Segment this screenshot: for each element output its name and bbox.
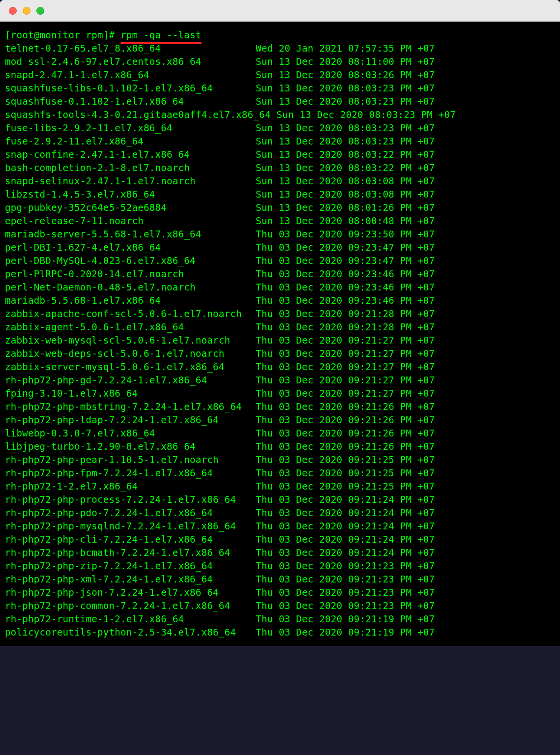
- maximize-icon[interactable]: [36, 7, 44, 15]
- package-row: libjpeg-turbo-1.2.90-8.el7.x86_64Thu 03 …: [5, 440, 555, 453]
- package-row: squashfs-tools-4.3-0.21.gitaae0aff4.el7.…: [5, 108, 555, 121]
- package-row: perl-DBD-MySQL-4.023-6.el7.x86_64Thu 03 …: [5, 254, 555, 267]
- install-date: Thu 03 Dec 2020 09:21:23 PM +07: [256, 599, 435, 612]
- install-date: Sun 13 Dec 2020 08:03:26 PM +07: [256, 68, 435, 82]
- package-name: perl-DBI-1.627-4.el7.x86_64: [5, 241, 256, 254]
- prompt-line: [root@monitor rpm]# rpm -qa --last: [5, 29, 555, 42]
- install-date: Thu 03 Dec 2020 09:21:25 PM +07: [256, 466, 435, 480]
- package-name: perl-PlRPC-0.2020-14.el7.noarch: [5, 267, 256, 281]
- terminal-output[interactable]: [root@monitor rpm]# rpm -qa --lasttelnet…: [0, 22, 560, 646]
- install-date: Wed 20 Jan 2021 07:57:35 PM +07: [256, 42, 435, 55]
- traffic-lights: [9, 7, 44, 15]
- package-name: snapd-2.47.1-1.el7.x86_64: [5, 68, 256, 82]
- package-row: zabbix-agent-5.0.6-1.el7.x86_64Thu 03 De…: [5, 320, 555, 334]
- package-name: rh-php72-php-bcmath-7.2.24-1.el7.x86_64: [5, 546, 256, 559]
- install-date: Sun 13 Dec 2020 08:03:23 PM +07: [256, 95, 435, 108]
- install-date: Sun 13 Dec 2020 08:03:23 PM +07: [256, 121, 435, 135]
- package-name: rh-php72-1-2.el7.x86_64: [5, 480, 256, 493]
- package-row: zabbix-web-mysql-scl-5.0.6-1.el7.noarchT…: [5, 334, 555, 347]
- package-name: rh-php72-php-pear-1.10.5-1.el7.noarch: [5, 453, 256, 466]
- package-name: perl-Net-Daemon-0.48-5.el7.noarch: [5, 281, 256, 294]
- install-date: Thu 03 Dec 2020 09:21:26 PM +07: [256, 413, 435, 427]
- install-date: Sun 13 Dec 2020 08:03:22 PM +07: [256, 161, 435, 174]
- package-name: libjpeg-turbo-1.2.90-8.el7.x86_64: [5, 440, 256, 453]
- package-name: squashfs-tools-4.3-0.21.gitaae0aff4.el7.…: [5, 108, 271, 121]
- install-date: Thu 03 Dec 2020 09:21:26 PM +07: [256, 440, 435, 453]
- package-row: zabbix-server-mysql-5.0.6-1.el7.x86_64Th…: [5, 360, 555, 374]
- install-date: Thu 03 Dec 2020 09:21:23 PM +07: [256, 573, 435, 586]
- prompt: [root@monitor rpm]#: [5, 29, 120, 41]
- package-name: telnet-0.17-65.el7_8.x86_64: [5, 42, 256, 55]
- install-date: Thu 03 Dec 2020 09:21:24 PM +07: [256, 546, 435, 559]
- package-row: rh-php72-php-bcmath-7.2.24-1.el7.x86_64T…: [5, 546, 555, 559]
- package-name: rh-php72-php-fpm-7.2.24-1.el7.x86_64: [5, 466, 256, 480]
- package-name: libwebp-0.3.0-7.el7.x86_64: [5, 427, 256, 440]
- package-name: snapd-selinux-2.47.1-1.el7.noarch: [5, 174, 256, 188]
- package-name: rh-php72-php-mysqlnd-7.2.24-1.el7.x86_64: [5, 520, 256, 533]
- install-date: Sun 13 Dec 2020 08:00:48 PM +07: [256, 214, 435, 228]
- package-name: mod_ssl-2.4.6-97.el7.centos.x86_64: [5, 55, 256, 68]
- titlebar[interactable]: [0, 0, 560, 22]
- package-row: rh-php72-php-fpm-7.2.24-1.el7.x86_64Thu …: [5, 466, 555, 480]
- package-row: rh-php72-php-xml-7.2.24-1.el7.x86_64Thu …: [5, 573, 555, 586]
- install-date: Thu 03 Dec 2020 09:21:27 PM +07: [256, 387, 435, 400]
- install-date: Thu 03 Dec 2020 09:23:46 PM +07: [256, 267, 435, 281]
- command: rpm -qa --last: [120, 29, 202, 42]
- package-row: rh-php72-php-zip-7.2.24-1.el7.x86_64Thu …: [5, 559, 555, 573]
- package-name: zabbix-web-deps-scl-5.0.6-1.el7.noarch: [5, 347, 256, 360]
- terminal-window: [root@monitor rpm]# rpm -qa --lasttelnet…: [0, 0, 560, 646]
- package-name: zabbix-agent-5.0.6-1.el7.x86_64: [5, 320, 256, 334]
- install-date: Thu 03 Dec 2020 09:21:25 PM +07: [256, 480, 435, 493]
- install-date: Sun 13 Dec 2020 08:03:08 PM +07: [256, 174, 435, 188]
- package-row: rh-php72-runtime-1-2.el7.x86_64Thu 03 De…: [5, 612, 555, 626]
- install-date: Thu 03 Dec 2020 09:21:27 PM +07: [256, 334, 435, 347]
- package-name: rh-php72-php-json-7.2.24-1.el7.x86_64: [5, 586, 256, 599]
- package-name: zabbix-server-mysql-5.0.6-1.el7.x86_64: [5, 360, 256, 374]
- package-row: rh-php72-php-pear-1.10.5-1.el7.noarchThu…: [5, 453, 555, 466]
- package-name: epel-release-7-11.noarch: [5, 214, 256, 228]
- install-date: Thu 03 Dec 2020 09:23:46 PM +07: [256, 294, 435, 307]
- package-row: fping-3.10-1.el7.x86_64Thu 03 Dec 2020 0…: [5, 387, 555, 400]
- minimize-icon[interactable]: [23, 7, 30, 15]
- install-date: Sun 13 Dec 2020 08:03:23 PM +07: [277, 108, 456, 121]
- package-name: perl-DBD-MySQL-4.023-6.el7.x86_64: [5, 254, 256, 267]
- package-row: rh-php72-1-2.el7.x86_64Thu 03 Dec 2020 0…: [5, 480, 555, 493]
- install-date: Thu 03 Dec 2020 09:21:25 PM +07: [256, 453, 435, 466]
- package-row: snap-confine-2.47.1-1.el7.x86_64Sun 13 D…: [5, 148, 555, 161]
- package-row: fuse-libs-2.9.2-11.el7.x86_64Sun 13 Dec …: [5, 121, 555, 135]
- close-icon[interactable]: [9, 7, 17, 15]
- package-row: telnet-0.17-65.el7_8.x86_64Wed 20 Jan 20…: [5, 42, 555, 55]
- package-name: mariadb-server-5.5.68-1.el7.x86_64: [5, 228, 256, 241]
- install-date: Thu 03 Dec 2020 09:21:27 PM +07: [256, 347, 435, 360]
- package-row: zabbix-apache-conf-scl-5.0.6-1.el7.noarc…: [5, 307, 555, 320]
- package-row: mariadb-server-5.5.68-1.el7.x86_64Thu 03…: [5, 228, 555, 241]
- package-row: epel-release-7-11.noarchSun 13 Dec 2020 …: [5, 214, 555, 228]
- package-row: rh-php72-php-common-7.2.24-1.el7.x86_64T…: [5, 599, 555, 612]
- install-date: Thu 03 Dec 2020 09:23:47 PM +07: [256, 241, 435, 254]
- package-name: rh-php72-php-pdo-7.2.24-1.el7.x86_64: [5, 506, 256, 520]
- package-name: bash-completion-2.1-8.el7.noarch: [5, 161, 256, 174]
- package-name: rh-php72-php-gd-7.2.24-1.el7.x86_64: [5, 374, 256, 387]
- package-row: perl-Net-Daemon-0.48-5.el7.noarchThu 03 …: [5, 281, 555, 294]
- package-row: rh-php72-php-mysqlnd-7.2.24-1.el7.x86_64…: [5, 520, 555, 533]
- package-name: rh-php72-php-mbstring-7.2.24-1.el7.x86_6…: [5, 400, 256, 413]
- command-underline: [120, 42, 202, 44]
- install-date: Thu 03 Dec 2020 09:21:19 PM +07: [256, 612, 435, 626]
- package-row: rh-php72-php-json-7.2.24-1.el7.x86_64Thu…: [5, 586, 555, 599]
- install-date: Thu 03 Dec 2020 09:21:26 PM +07: [256, 400, 435, 413]
- package-row: libzstd-1.4.5-3.el7.x86_64Sun 13 Dec 202…: [5, 188, 555, 201]
- package-name: squashfuse-0.1.102-1.el7.x86_64: [5, 95, 256, 108]
- package-row: rh-php72-php-cli-7.2.24-1.el7.x86_64Thu …: [5, 533, 555, 546]
- package-row: perl-PlRPC-0.2020-14.el7.noarchThu 03 De…: [5, 267, 555, 281]
- install-date: Thu 03 Dec 2020 09:23:46 PM +07: [256, 281, 435, 294]
- package-name: snap-confine-2.47.1-1.el7.x86_64: [5, 148, 256, 161]
- install-date: Sun 13 Dec 2020 08:03:22 PM +07: [256, 148, 435, 161]
- package-name: rh-php72-php-ldap-7.2.24-1.el7.x86_64: [5, 413, 256, 427]
- install-date: Thu 03 Dec 2020 09:21:24 PM +07: [256, 506, 435, 520]
- package-row: fuse-2.9.2-11.el7.x86_64Sun 13 Dec 2020 …: [5, 135, 555, 148]
- package-row: bash-completion-2.1-8.el7.noarchSun 13 D…: [5, 161, 555, 174]
- install-date: Thu 03 Dec 2020 09:21:19 PM +07: [256, 626, 435, 639]
- package-row: perl-DBI-1.627-4.el7.x86_64Thu 03 Dec 20…: [5, 241, 555, 254]
- package-row: squashfuse-0.1.102-1.el7.x86_64Sun 13 De…: [5, 95, 555, 108]
- install-date: Sun 13 Dec 2020 08:11:00 PM +07: [256, 55, 435, 68]
